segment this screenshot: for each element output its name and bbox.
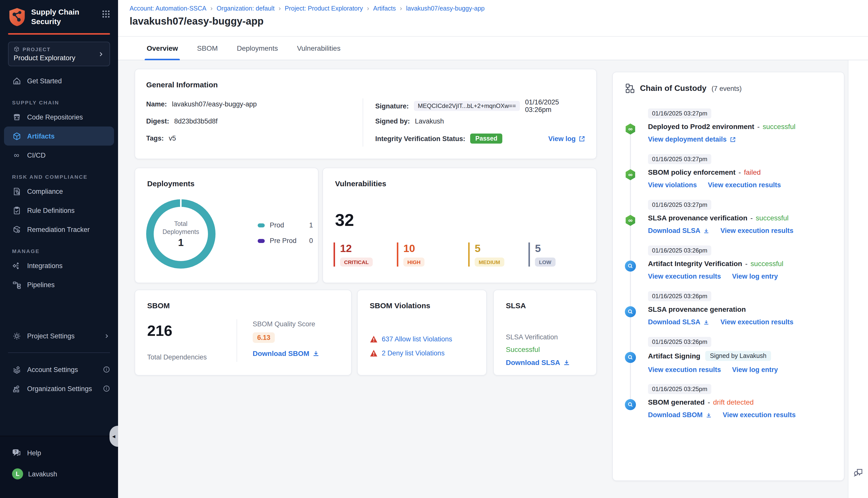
- sidebar-divider: [8, 352, 110, 353]
- tab-vulnerabilities[interactable]: Vulnerabilities: [297, 37, 340, 60]
- sidebar-item-pipelines[interactable]: Pipelines: [0, 275, 118, 294]
- download-slsa-link[interactable]: Download SLSA: [648, 318, 710, 326]
- sidebar-item-rule-definitions[interactable]: Rule Definitions: [0, 201, 118, 220]
- general-information-card: General Information Name: lavakush07/eas…: [134, 69, 597, 159]
- event-status: successful: [750, 260, 783, 267]
- page-title: lavakush07/easy-buggy-app: [130, 16, 868, 27]
- breadcrumb-account[interactable]: Account: Automation-SSCA: [130, 5, 206, 12]
- help-button[interactable]: ? Help: [12, 448, 110, 457]
- sidebar-item-get-started[interactable]: Get Started: [0, 71, 118, 90]
- view-deployment-details-link[interactable]: View deployment details: [648, 135, 736, 143]
- signed-by-label: Signed by:: [375, 117, 410, 125]
- tab-deployments[interactable]: Deployments: [237, 37, 278, 60]
- prod-swatch: [258, 223, 265, 227]
- event-title: SLSA provenance verification: [648, 214, 748, 222]
- external-link-icon: [730, 136, 736, 142]
- project-selector[interactable]: PROJECT Product Exploratory: [8, 42, 110, 66]
- view-execution-results-link[interactable]: View execution results: [648, 273, 721, 280]
- sidebar-item-organization-settings[interactable]: Organization Settings: [0, 379, 118, 398]
- breadcrumb-artifacts[interactable]: Artifacts: [373, 5, 396, 12]
- event-timestamp: 01/16/2025 03:26pm: [648, 291, 711, 301]
- feedback-chat-icon[interactable]: [853, 467, 864, 478]
- sbom-violations-card: SBOM Violations 637 Allow list Violation…: [357, 290, 487, 376]
- event-title: Deployed to Prod2 environment: [648, 122, 754, 131]
- project-label: PROJECT: [23, 47, 51, 52]
- artifact-cube-icon: [12, 132, 21, 141]
- view-violations-link[interactable]: View violations: [648, 181, 697, 189]
- card-title: SLSA: [506, 301, 526, 310]
- info-icon[interactable]: [103, 366, 110, 373]
- column-divider: [237, 319, 237, 362]
- download-sbom-link[interactable]: Download SBOM: [252, 350, 320, 357]
- download-slsa-link[interactable]: Download SLSA: [506, 358, 570, 366]
- event-timestamp: 01/16/2025 03:27pm: [648, 108, 711, 118]
- sidebar-item-cicd[interactable]: ∞ CI/CD: [0, 146, 118, 165]
- sidebar-item-project-settings[interactable]: Project Settings: [0, 326, 118, 345]
- tab-sbom[interactable]: SBOM: [197, 37, 218, 60]
- view-log-entry-link[interactable]: View log entry: [732, 366, 778, 374]
- total-dependencies-label: Total Dependencies: [147, 353, 207, 361]
- sidebar-item-integrations[interactable]: Integrations: [0, 256, 118, 275]
- view-execution-results-link[interactable]: View execution results: [721, 318, 794, 326]
- deployments-card: Deployments TotalDeployments 1 Prod 1: [134, 168, 319, 283]
- allow-list-violations-link[interactable]: 637 Allow list Violations: [382, 335, 452, 343]
- shield-logo-icon: [8, 7, 26, 27]
- sidebar: Supply Chain Security: [0, 0, 118, 498]
- user-menu[interactable]: L Lavakush: [12, 468, 110, 480]
- total-dependencies-value: 216: [147, 322, 172, 339]
- sidebar-item-artifacts[interactable]: Artifacts: [4, 127, 114, 146]
- card-title: Vulnerabilities: [335, 179, 386, 188]
- avatar: L: [12, 468, 23, 480]
- download-icon: [703, 228, 710, 234]
- breadcrumb-current[interactable]: lavakush07/easy-buggy-app: [406, 5, 485, 12]
- view-log-link[interactable]: View log: [548, 135, 585, 142]
- event-title: Artifact Signing: [648, 352, 700, 360]
- chain-event: 01/16/2025 03:25pm SBOM generated - drif…: [625, 384, 832, 419]
- tags-label: Tags:: [146, 134, 164, 142]
- card-title: General Information: [146, 80, 218, 89]
- main-area: Account: Automation-SSCA › Organization:…: [118, 0, 868, 498]
- view-execution-results-link[interactable]: View execution results: [721, 227, 794, 234]
- view-execution-results-link[interactable]: View execution results: [708, 181, 781, 189]
- view-execution-results-link[interactable]: View execution results: [648, 366, 721, 374]
- breadcrumb-project[interactable]: Project: Product Exploratory: [285, 5, 363, 12]
- event-status: drift detected: [713, 398, 754, 406]
- high-badge: HIGH: [403, 258, 425, 266]
- deny-list-violations-link[interactable]: 2 Deny list Violations: [382, 350, 444, 357]
- warning-icon: [370, 350, 378, 357]
- cube-icon: [14, 46, 20, 52]
- critical-badge: CRITICAL: [340, 258, 373, 266]
- tab-overview[interactable]: Overview: [147, 37, 178, 60]
- breadcrumb: Account: Automation-SSCA › Organization:…: [130, 4, 868, 12]
- module-grid-icon[interactable]: [102, 10, 110, 18]
- critical-stat: 12 CRITICAL: [334, 243, 397, 266]
- sidebar-item-code-repositories[interactable]: Code Repositories: [0, 107, 118, 127]
- info-icon[interactable]: [103, 385, 110, 392]
- event-title: SBOM policy enforcement: [648, 168, 736, 176]
- view-log-entry-link[interactable]: View log entry: [732, 273, 778, 280]
- download-sbom-link[interactable]: Download SBOM: [648, 411, 712, 419]
- ssca-scan-icon: [625, 352, 636, 363]
- sidebar-item-compliance[interactable]: Compliance: [0, 182, 118, 201]
- chevron-right-icon: [98, 51, 104, 57]
- pipeline-icon: ∞: [625, 123, 636, 134]
- sidebar-header: Supply Chain Security: [0, 0, 118, 27]
- integrity-status-label: Integrity Verification Status:: [375, 135, 465, 142]
- section-label-manage: MANAGE: [0, 248, 118, 254]
- card-title: SBOM Violations: [370, 301, 430, 310]
- box-tracker-icon: [12, 225, 21, 234]
- event-title: SLSA provenance generation: [648, 305, 746, 313]
- org-chart-icon: [12, 384, 21, 393]
- view-execution-results-link[interactable]: View execution results: [723, 411, 796, 419]
- download-slsa-link[interactable]: Download SLSA: [648, 227, 710, 234]
- low-badge: LOW: [535, 258, 555, 266]
- event-timestamp: 01/16/2025 03:26pm: [648, 246, 711, 255]
- download-icon: [312, 350, 320, 357]
- sidebar-item-remediation-tracker[interactable]: Remediation Tracker: [0, 220, 118, 239]
- code-repo-icon: [12, 113, 21, 121]
- allow-list-violations-row: 637 Allow list Violations: [370, 335, 452, 343]
- sidebar-item-account-settings[interactable]: Account Settings: [0, 360, 118, 379]
- breadcrumb-organization[interactable]: Organization: default: [217, 5, 274, 12]
- digest-value: 8d23bd3b5d8f: [174, 117, 218, 125]
- vulnerabilities-total: 32: [335, 210, 354, 230]
